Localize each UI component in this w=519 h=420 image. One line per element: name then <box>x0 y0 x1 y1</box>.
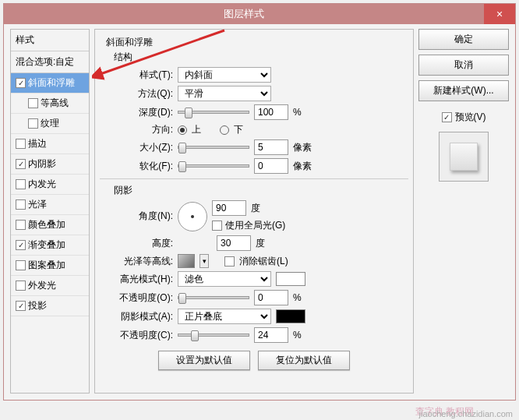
direction-down-radio[interactable] <box>220 125 229 135</box>
sidebar-label-4: 内阴影 <box>28 157 56 171</box>
soften-label: 软化(F): <box>103 160 173 173</box>
set-default-button[interactable]: 设置为默认值 <box>158 351 250 370</box>
depth-input[interactable]: 100 <box>254 104 288 120</box>
sidebar-checkbox-4[interactable] <box>16 159 26 169</box>
sidebar-head-styles[interactable]: 样式 <box>11 30 89 51</box>
shadow-mode-label: 阴影模式(A): <box>103 310 173 323</box>
antialias-label: 消除锯齿(L) <box>239 255 288 268</box>
soften-slider[interactable] <box>178 164 249 168</box>
sidebar-checkbox-5[interactable] <box>16 179 26 189</box>
sidebar-checkbox-2[interactable] <box>28 118 38 129</box>
hilite-mode-label: 高光模式(H): <box>103 273 173 286</box>
sidebar-item-5[interactable]: 内发光 <box>11 175 89 195</box>
sidebar-head-blend[interactable]: 混合选项:自定 <box>11 51 89 73</box>
ok-button[interactable]: 确定 <box>418 29 509 50</box>
sidebar-item-1[interactable]: 等高线 <box>11 94 89 114</box>
sidebar-item-7[interactable]: 颜色叠加 <box>11 215 89 235</box>
angle-wheel[interactable] <box>178 202 207 231</box>
gloss-contour-dd[interactable]: ▾ <box>199 254 209 268</box>
global-light-label: 使用全局光(G) <box>225 219 285 232</box>
gloss-label: 光泽等高线: <box>103 255 173 268</box>
sidebar-item-0[interactable]: 斜面和浮雕 <box>11 73 89 94</box>
right-column: 确定 取消 新建样式(W)... 预览(V) <box>418 29 509 394</box>
shadow-mode-select[interactable]: 正片叠底 <box>178 309 271 324</box>
sidebar-checkbox-10[interactable] <box>16 281 26 291</box>
sidebar-label-6: 光泽 <box>28 198 47 211</box>
size-slider[interactable] <box>178 146 249 149</box>
hilite-mode-select[interactable]: 滤色 <box>178 271 271 287</box>
main-panel: 斜面和浮雕 结构 样式(T): 内斜面 方法(Q): 平滑 深度(D): 100… <box>94 29 414 394</box>
direction-label: 方向: <box>103 123 173 136</box>
gloss-contour-picker[interactable] <box>178 254 195 268</box>
depth-label: 深度(D): <box>103 106 173 119</box>
hilite-color[interactable] <box>276 272 305 286</box>
sidebar-item-8[interactable]: 渐变叠加 <box>11 235 89 256</box>
sidebar-label-1: 等高线 <box>41 97 69 110</box>
styles-sidebar: 样式 混合选项:自定 斜面和浮雕等高线纹理描边内阴影内发光光泽颜色叠加渐变叠加图… <box>10 29 90 394</box>
sidebar-label-9: 图案叠加 <box>28 259 65 272</box>
hilite-op-label: 不透明度(O): <box>103 291 173 305</box>
hilite-op-slider[interactable] <box>178 296 249 299</box>
depth-slider[interactable] <box>178 111 249 114</box>
close-button[interactable]: × <box>484 4 515 24</box>
window-title: 图层样式 <box>4 7 484 21</box>
sidebar-item-4[interactable]: 内阴影 <box>11 154 89 175</box>
subsection-structure: 结构 <box>114 51 405 64</box>
hilite-op-input[interactable]: 0 <box>254 290 288 305</box>
sidebar-checkbox-7[interactable] <box>16 220 26 230</box>
preview-label: 预览(V) <box>455 111 486 124</box>
antialias-checkbox[interactable] <box>224 256 235 266</box>
px-unit: 像素 <box>293 141 316 154</box>
technique-label: 方法(Q): <box>103 87 173 101</box>
watermark-url: jiaocheng.chazidian.com <box>419 409 513 418</box>
sidebar-label-3: 描边 <box>28 137 47 150</box>
dialog-body: 样式 混合选项:自定 斜面和浮雕等高线纹理描边内阴影内发光光泽颜色叠加渐变叠加图… <box>4 24 515 400</box>
reset-default-button[interactable]: 复位为默认值 <box>258 351 350 370</box>
sidebar-item-3[interactable]: 描边 <box>11 134 89 154</box>
sidebar-checkbox-8[interactable] <box>16 240 26 250</box>
shadow-op-label: 不透明度(C): <box>103 329 173 342</box>
technique-select[interactable]: 平滑 <box>178 86 271 101</box>
sidebar-label-8: 渐变叠加 <box>28 238 65 252</box>
sidebar-label-2: 纹理 <box>41 117 59 130</box>
sidebar-item-2[interactable]: 纹理 <box>11 114 89 134</box>
preview-checkbox[interactable] <box>442 112 452 122</box>
cancel-button[interactable]: 取消 <box>418 55 509 76</box>
angle-label: 角度(N): <box>103 210 173 223</box>
shadow-color[interactable] <box>276 309 305 323</box>
divider <box>100 178 408 179</box>
shadow-op-slider[interactable] <box>178 334 249 337</box>
global-light-checkbox[interactable] <box>212 221 222 231</box>
sidebar-label-10: 外发光 <box>28 279 56 292</box>
style-label: 样式(T): <box>103 69 173 82</box>
soften-input[interactable]: 0 <box>254 158 288 174</box>
sidebar-item-11[interactable]: 投影 <box>11 296 89 316</box>
angle-input[interactable]: 90 <box>212 200 246 216</box>
sidebar-item-10[interactable]: 外发光 <box>11 276 89 296</box>
px-unit-2: 像素 <box>293 160 316 173</box>
altitude-input[interactable]: 30 <box>217 235 251 251</box>
section-bevel-title: 斜面和浮雕 <box>106 36 405 49</box>
sidebar-checkbox-3[interactable] <box>16 139 26 149</box>
sidebar-checkbox-1[interactable] <box>28 98 38 108</box>
direction-up-radio[interactable] <box>178 125 187 135</box>
shadow-op-input[interactable]: 24 <box>254 327 288 343</box>
sidebar-checkbox-0[interactable] <box>16 78 26 88</box>
sidebar-item-9[interactable]: 图案叠加 <box>11 256 89 276</box>
sidebar-item-6[interactable]: 光泽 <box>11 195 89 215</box>
section-shadow-title: 阴影 <box>114 184 405 197</box>
sidebar-label-0: 斜面和浮雕 <box>28 76 75 90</box>
size-label: 大小(Z): <box>103 141 173 154</box>
titlebar: 图层样式 × <box>4 4 515 24</box>
sidebar-checkbox-9[interactable] <box>16 260 26 270</box>
sidebar-checkbox-6[interactable] <box>16 199 26 210</box>
sidebar-label-7: 颜色叠加 <box>28 218 65 231</box>
new-style-button[interactable]: 新建样式(W)... <box>418 80 509 101</box>
altitude-label: 高度: <box>103 237 173 250</box>
size-input[interactable]: 5 <box>254 139 288 155</box>
sidebar-label-11: 投影 <box>28 299 47 312</box>
sidebar-checkbox-11[interactable] <box>16 301 26 311</box>
preview-box <box>439 132 489 182</box>
style-select[interactable]: 内斜面 <box>178 67 271 83</box>
sidebar-label-5: 内发光 <box>28 178 56 191</box>
